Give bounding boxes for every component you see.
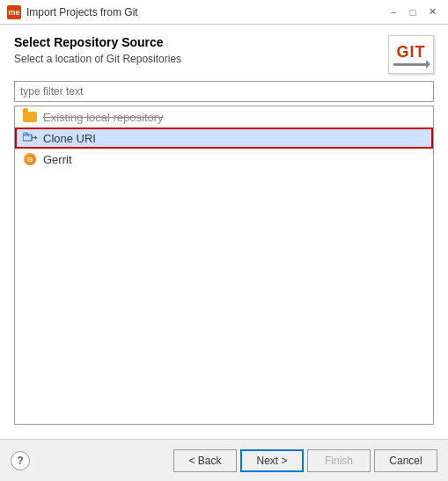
list-item[interactable]: Existing local repository (15, 106, 433, 128)
bottom-bar: ? < Back Next > Finish Cancel (0, 439, 448, 481)
folder-icon (22, 110, 38, 124)
list-item[interactable]: G Gerrit (15, 149, 433, 170)
nav-buttons: < Back Next > Finish Cancel (173, 449, 437, 472)
git-logo-text: GIT (397, 43, 426, 62)
list-item[interactable]: Clone URI (15, 128, 433, 149)
header-text: Select Repository Source Select a locati… (14, 35, 181, 74)
next-button[interactable]: Next > (240, 449, 304, 472)
svg-marker-2 (35, 135, 37, 140)
clone-uri-icon (22, 131, 38, 145)
filter-input[interactable] (14, 81, 434, 102)
section-title: Select Repository Source (14, 35, 181, 49)
gerrit-icon: G (22, 152, 38, 166)
section-subtitle: Select a location of Git Repositories (14, 53, 181, 65)
finish-button[interactable]: Finish (307, 449, 371, 472)
title-bar: me Import Projects from Git − □ ✕ (0, 0, 448, 25)
repository-list: Existing local repository Clone URI G (14, 106, 434, 425)
gerrit-label: Gerrit (43, 153, 72, 166)
minimize-button[interactable]: − (385, 4, 402, 20)
window-title: Import Projects from Git (26, 6, 385, 18)
git-logo-underline (393, 63, 429, 66)
maximize-button[interactable]: □ (404, 4, 422, 20)
close-button[interactable]: ✕ (423, 4, 441, 20)
git-logo: GIT (388, 35, 434, 74)
clone-uri-label: Clone URI (43, 132, 96, 145)
existing-local-label: Existing local repository (43, 111, 164, 124)
app-icon: me (7, 5, 21, 19)
window-controls: − □ ✕ (385, 4, 441, 20)
cancel-button[interactable]: Cancel (374, 449, 437, 472)
help-button[interactable]: ? (11, 451, 30, 470)
back-button[interactable]: < Back (173, 449, 237, 472)
dialog-content: Select Repository Source Select a locati… (0, 25, 448, 439)
header-row: Select Repository Source Select a locati… (14, 35, 434, 74)
